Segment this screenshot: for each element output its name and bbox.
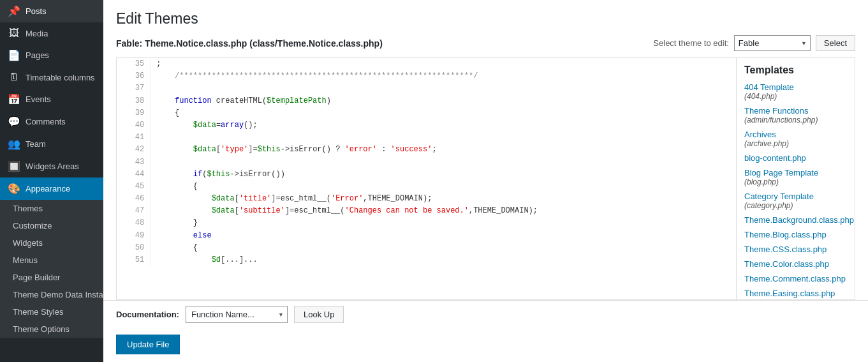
media-icon: 🖼	[8, 27, 20, 39]
sidebar-item-page-builder[interactable]: Page Builder	[0, 269, 103, 286]
line-code: $data['title']=esc_html__('Error',THEME_…	[151, 193, 736, 205]
line-number: 46	[117, 193, 151, 205]
list-item[interactable]: Category Template(category.php)	[744, 192, 847, 210]
line-number: 44	[117, 169, 151, 181]
template-name: Theme.Blog.class.php	[744, 230, 827, 239]
posts-icon: 📌	[8, 5, 20, 17]
table-row: 39 {	[117, 107, 736, 119]
line-code	[151, 82, 736, 94]
line-code: $d[...]...	[151, 254, 736, 266]
line-number: 42	[117, 144, 151, 156]
sidebar-label-events: Events	[26, 94, 51, 104]
sidebar-label-comments: Comments	[26, 117, 66, 126]
file-path: Fable: Theme.Notice.class.php (class/The…	[116, 38, 383, 49]
sidebar-sub-label-widgets: Widgets	[13, 238, 43, 248]
template-name: Theme.Easing.class.php	[744, 289, 835, 298]
line-code: $data=array();	[151, 119, 736, 132]
theme-select[interactable]: Fable	[734, 35, 811, 51]
list-item[interactable]: 404 Template(404.php)	[744, 82, 847, 101]
line-code: else	[151, 230, 736, 242]
sidebar-sub-label-theme-styles: Theme Styles	[13, 307, 63, 317]
sidebar-label-appearance: Appearance	[26, 184, 70, 193]
line-number: 43	[117, 156, 151, 169]
line-number: 50	[117, 242, 151, 254]
sidebar-item-team[interactable]: 👥Team	[0, 133, 103, 155]
line-code: {	[151, 181, 736, 193]
sidebar-item-themes[interactable]: Themes	[0, 200, 103, 217]
sidebar: 📌Posts🖼Media📄Pages🗓Timetable columns📅Eve…	[0, 0, 103, 362]
line-code	[151, 132, 736, 144]
list-item[interactable]: Theme.Color.class.php	[744, 259, 847, 269]
line-number: 51	[117, 254, 151, 266]
lookup-button[interactable]: Look Up	[294, 306, 344, 323]
table-row: 43	[117, 156, 736, 169]
template-name: Blog Page Template	[744, 168, 818, 177]
page-title: Edit Themes	[116, 10, 855, 27]
sidebar-item-events[interactable]: 📅Events	[0, 88, 103, 110]
team-icon: 👥	[8, 138, 20, 150]
list-item[interactable]: Theme Functions(admin/functions.php)	[744, 106, 847, 124]
list-item[interactable]: Theme.Background.class.php	[744, 215, 847, 225]
sidebar-item-timetable-columns[interactable]: 🗓Timetable columns	[0, 66, 103, 88]
sidebar-item-widgets-areas[interactable]: 🔲Widgets Areas	[0, 155, 103, 177]
file-header: Fable: Theme.Notice.class.php (class/The…	[116, 35, 855, 51]
doc-select[interactable]: Function Name...	[186, 306, 288, 323]
table-row: 45 {	[117, 181, 736, 193]
list-item[interactable]: Theme.Easing.class.php	[744, 289, 847, 298]
documentation-bar: Documentation: Function Name... Look Up	[103, 300, 868, 329]
update-file-button[interactable]: Update File	[116, 335, 180, 354]
template-file: (blog.php)	[744, 177, 847, 186]
theme-select-wrapper: Fable	[734, 35, 811, 51]
line-number: 48	[117, 217, 151, 229]
list-item[interactable]: Theme.Blog.class.php	[744, 230, 847, 239]
template-file: (archive.php)	[744, 139, 847, 148]
table-row: 49 else	[117, 230, 736, 242]
sidebar-item-media[interactable]: 🖼Media	[0, 22, 103, 44]
editor-area: 35;36 /*********************************…	[116, 57, 855, 300]
line-code: $data['type']=$this->isError() ? 'error'…	[151, 144, 736, 156]
code-panel[interactable]: 35;36 /*********************************…	[117, 58, 737, 299]
list-item[interactable]: Theme.Comment.class.php	[744, 274, 847, 283]
template-name: Theme Functions	[744, 106, 808, 116]
update-bar: Update File	[103, 329, 868, 362]
templates-list: 404 Template(404.php)Theme Functions(adm…	[744, 82, 847, 298]
line-number: 49	[117, 230, 151, 242]
template-name: Category Template	[744, 192, 814, 201]
line-number: 35	[117, 58, 151, 70]
pages-icon: 📄	[8, 49, 20, 61]
events-icon: 📅	[8, 93, 20, 105]
list-item[interactable]: Archives(archive.php)	[744, 130, 847, 148]
sidebar-item-theme-options[interactable]: Theme Options	[0, 321, 103, 338]
line-number: 36	[117, 70, 151, 82]
list-item[interactable]: Blog Page Template(blog.php)	[744, 168, 847, 186]
sidebar-item-posts[interactable]: 📌Posts	[0, 0, 103, 22]
list-item[interactable]: Theme.CSS.class.php	[744, 245, 847, 254]
sidebar-item-widgets[interactable]: Widgets	[0, 234, 103, 252]
line-code	[151, 156, 736, 169]
sidebar-item-theme-demo-data-installer[interactable]: Theme Demo Data Installer	[0, 286, 103, 303]
template-name: blog-content.php	[744, 153, 806, 163]
list-item[interactable]: blog-content.php	[744, 153, 847, 163]
sidebar-item-theme-styles[interactable]: Theme Styles	[0, 303, 103, 321]
documentation-label: Documentation:	[116, 310, 179, 319]
template-name: Theme.Comment.class.php	[744, 274, 846, 283]
sidebar-item-comments[interactable]: 💬Comments	[0, 110, 103, 133]
code-table: 35;36 /*********************************…	[117, 58, 736, 266]
sidebar-item-menus[interactable]: Menus	[0, 252, 103, 269]
table-row: 44 if($this->isError())	[117, 169, 736, 181]
sidebar-item-appearance[interactable]: 🎨Appearance	[0, 177, 103, 200]
line-code: if($this->isError())	[151, 169, 736, 181]
template-name: Archives	[744, 130, 776, 139]
sidebar-item-customize[interactable]: Customize	[0, 217, 103, 234]
line-number: 47	[117, 205, 151, 217]
table-row: 40 $data=array();	[117, 119, 736, 132]
table-row: 51 $d[...]...	[117, 254, 736, 266]
sidebar-label-team: Team	[26, 139, 46, 149]
sidebar-label-posts: Posts	[26, 6, 47, 16]
doc-select-wrapper: Function Name...	[186, 306, 288, 323]
sidebar-item-pages[interactable]: 📄Pages	[0, 44, 103, 66]
timetable-columns-icon: 🗓	[8, 72, 20, 83]
table-row: 47 $data['subtitle']=esc_html__('Changes…	[117, 205, 736, 217]
select-button[interactable]: Select	[816, 35, 855, 51]
line-number: 39	[117, 107, 151, 119]
